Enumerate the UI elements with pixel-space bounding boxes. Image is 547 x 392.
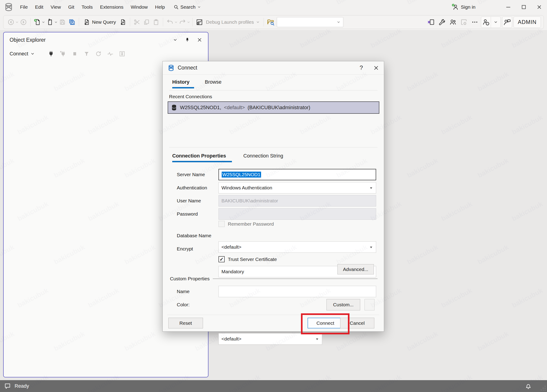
stop-button[interactable] xyxy=(69,49,81,59)
reset-button[interactable]: Reset xyxy=(168,318,203,328)
cancel-button[interactable]: Cancel xyxy=(340,318,374,328)
tools-options-button[interactable] xyxy=(437,17,447,27)
toolbar-separator xyxy=(130,18,130,27)
new-file-button[interactable] xyxy=(33,17,42,27)
vs-window-button[interactable] xyxy=(426,17,436,27)
open-file-chevron-icon[interactable] xyxy=(54,21,58,24)
close-window-button[interactable] xyxy=(532,0,547,14)
color-label: Color: xyxy=(177,299,190,310)
trust-certificate-checkbox[interactable]: ✓ xyxy=(219,256,225,262)
toolbar-overflow-button[interactable] xyxy=(470,17,479,27)
tab-connection-string[interactable]: Connection String xyxy=(243,153,283,159)
menu-edit[interactable]: Edit xyxy=(31,0,47,14)
debug-launch-profiles-dropdown[interactable]: Debug Launch profiles xyxy=(204,19,261,25)
back-history-chevron-icon[interactable] xyxy=(15,21,19,24)
new-file-icon xyxy=(34,19,41,26)
notifications-bell-icon[interactable] xyxy=(525,382,532,390)
status-bar: Ready xyxy=(0,380,547,392)
menu-view[interactable]: View xyxy=(47,0,64,14)
users-button[interactable] xyxy=(448,17,458,27)
close-panel-icon[interactable] xyxy=(197,37,202,42)
recent-connection-item[interactable]: W25SQL25NOD1, <default> (BAKICUBUK\admin… xyxy=(168,101,379,114)
resize-grip[interactable] xyxy=(540,385,546,391)
server-name-input[interactable]: W25SQL25NOD1 xyxy=(219,169,376,180)
minimize-button[interactable] xyxy=(500,0,516,14)
accounts-chevron-button[interactable] xyxy=(491,17,500,27)
authentication-select[interactable]: Windows Authentication xyxy=(219,182,376,193)
tab-connection-properties[interactable]: Connection Properties xyxy=(172,153,226,159)
filter-funnel-icon xyxy=(84,51,89,57)
query-store-button[interactable] xyxy=(116,49,128,59)
performance-monitor-button[interactable] xyxy=(195,17,204,27)
encrypt-value: Mandatory xyxy=(221,269,244,275)
search-control[interactable]: Search xyxy=(174,4,201,10)
browse-query-button[interactable] xyxy=(266,17,275,27)
redo-history-chevron-icon[interactable] xyxy=(187,21,190,24)
color-select[interactable]: <default> xyxy=(219,333,322,344)
new-query-button[interactable]: New Query xyxy=(81,17,118,27)
maximize-button[interactable] xyxy=(516,0,532,14)
active-tab-underline xyxy=(172,87,194,89)
new-file-chevron-icon[interactable] xyxy=(42,21,45,24)
custom-color-button[interactable]: Custom... xyxy=(327,299,360,310)
app-window: File Edit View Git Tools Extensions Wind… xyxy=(0,0,547,392)
database-name-select[interactable]: <default> xyxy=(219,241,376,253)
debug-launch-profiles-label: Debug Launch profiles xyxy=(206,19,254,25)
undo-history-chevron-icon[interactable] xyxy=(174,21,178,24)
database-name-label: Database Name xyxy=(177,230,212,241)
search-icon xyxy=(174,5,179,10)
people-icon xyxy=(449,19,457,26)
object-explorer-header[interactable]: Object Explorer xyxy=(4,32,208,48)
connect-server-button[interactable] xyxy=(45,49,57,59)
trust-certificate-label: Trust Server Certificate xyxy=(228,257,277,262)
server-name-label: Server Name xyxy=(177,169,205,180)
new-query-label: New Query xyxy=(92,19,116,25)
chevron-down-icon xyxy=(197,5,201,9)
help-button[interactable]: ? xyxy=(360,64,363,71)
tab-browse[interactable]: Browse xyxy=(205,79,221,85)
connect-button[interactable]: Connect xyxy=(308,318,343,328)
sign-in-button[interactable]: Sign in xyxy=(452,4,475,10)
open-query-button[interactable] xyxy=(118,17,128,27)
save-button[interactable] xyxy=(58,17,67,27)
database-icon xyxy=(171,104,177,111)
open-file-icon xyxy=(46,19,54,26)
custom-name-input[interactable] xyxy=(219,286,376,297)
refresh-button[interactable] xyxy=(93,49,104,59)
admin-button[interactable]: ADMIN xyxy=(514,19,541,25)
object-explorer-connect-button[interactable]: Connect xyxy=(10,51,35,57)
disconnect-server-button[interactable] xyxy=(57,49,69,59)
menu-tools[interactable]: Tools xyxy=(78,0,96,14)
pin-icon[interactable] xyxy=(185,37,190,42)
filter-button[interactable] xyxy=(81,49,93,59)
recent-connection-server: W25SQL25NOD1, xyxy=(180,105,221,110)
person-circle-icon xyxy=(482,18,490,26)
save-all-button[interactable] xyxy=(67,17,77,27)
copy-button[interactable] xyxy=(142,17,151,27)
advanced-button[interactable]: Advanced... xyxy=(337,264,374,275)
accounts-button[interactable] xyxy=(481,17,491,27)
menu-file[interactable]: File xyxy=(16,0,31,14)
panel-options-chevron-icon[interactable] xyxy=(173,38,178,42)
activity-monitor-button[interactable] xyxy=(104,49,116,59)
feedback-button[interactable] xyxy=(502,17,512,27)
navigate-back-button[interactable] xyxy=(6,17,16,27)
toolbar-combobox[interactable] xyxy=(277,17,343,27)
navigate-forward-button[interactable] xyxy=(19,17,28,27)
wrench-icon xyxy=(438,19,446,26)
close-dialog-icon[interactable] xyxy=(373,65,379,71)
open-file-button[interactable] xyxy=(45,17,55,27)
menu-help[interactable]: Help xyxy=(151,0,168,14)
redo-button[interactable] xyxy=(178,17,187,27)
home-window-button[interactable] xyxy=(459,17,469,27)
dropdown-arrow-icon xyxy=(316,338,318,340)
undo-button[interactable] xyxy=(165,17,175,27)
tab-history[interactable]: History xyxy=(172,79,190,85)
recent-connections-label: Recent Connections xyxy=(169,94,212,99)
menu-extensions[interactable]: Extensions xyxy=(96,0,127,14)
cut-button[interactable] xyxy=(132,17,142,27)
paste-button[interactable] xyxy=(151,17,161,27)
menu-window[interactable]: Window xyxy=(127,0,151,14)
custom-properties-label: Custom Properties xyxy=(170,276,210,282)
menu-git[interactable]: Git xyxy=(64,0,78,14)
